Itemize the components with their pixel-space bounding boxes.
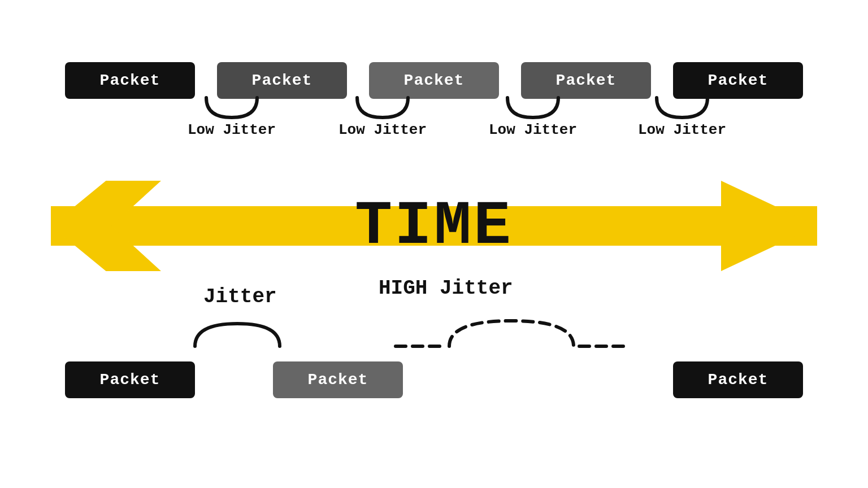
top-brace-1: Low Jitter (195, 95, 268, 138)
top-brace-3: Low Jitter (496, 95, 570, 138)
top-packet-2: Packet (217, 62, 347, 99)
bottom-packet-1: Packet (65, 361, 195, 398)
brace-4-svg (654, 95, 710, 120)
bottom-label-jitter: Jitter (203, 285, 277, 308)
brace-2-label: Low Jitter (338, 121, 427, 138)
top-packet-5: Packet (673, 62, 803, 99)
time-arrow: TIME (51, 181, 817, 271)
bottom-brace-2 (393, 312, 630, 349)
brace-4-label: Low Jitter (638, 121, 726, 138)
top-brace-2: Low Jitter (346, 95, 419, 138)
top-packet-3: Packet (369, 62, 499, 99)
top-packet-4: Packet (521, 62, 651, 99)
brace-2-svg (354, 95, 411, 120)
top-brace-4: Low Jitter (645, 95, 719, 138)
brace-1-svg (203, 95, 260, 120)
top-packet-row: Packet Packet Packet Packet Packet (65, 62, 803, 99)
main-scene: Packet Packet Packet Packet Packet Low J… (0, 0, 868, 488)
time-label: TIME (355, 191, 513, 262)
bottom-brace-1 (181, 318, 294, 349)
bottom-brace-2-svg (393, 312, 630, 349)
brace-3-svg (505, 95, 561, 120)
brace-1-label: Low Jitter (188, 121, 276, 138)
bottom-packet-2: Packet (273, 361, 403, 398)
bottom-packet-3: Packet (673, 361, 803, 398)
top-packet-1: Packet (65, 62, 195, 99)
bottom-label-high-jitter: HIGH Jitter (379, 277, 513, 300)
arrow-right-point (721, 181, 817, 271)
brace-3-label: Low Jitter (489, 121, 577, 138)
bottom-brace-1-svg (192, 318, 283, 349)
